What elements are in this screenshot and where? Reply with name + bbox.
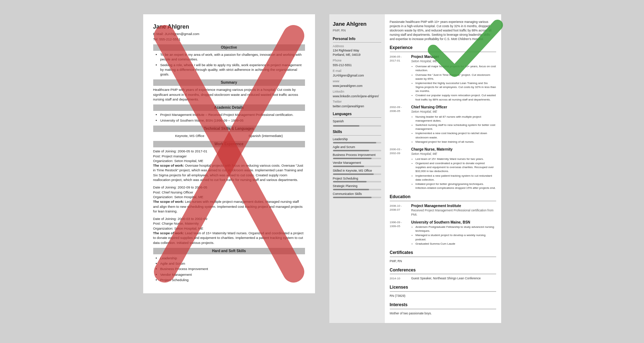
phone-value: 555-212-5551: [333, 63, 381, 68]
skill-2: Agile and Scrum: [160, 261, 305, 266]
skills-list: Leadership Agile and Scrum Business Proc…: [153, 256, 305, 282]
language-bar: [333, 125, 381, 127]
skill-vendor: Vendor Management: [333, 161, 381, 167]
bad-resume-tel: Tel: 555-212-5551: [153, 37, 305, 41]
work-post-1: Post: Project manager: [153, 154, 305, 158]
certificates-section-title: Certificates: [390, 250, 496, 257]
conference-entry: 2014-10 Guest Speaker, Northeast Shingo …: [390, 276, 496, 281]
work-header: Work Experience: [153, 141, 305, 147]
skills-section: Skills: [333, 129, 381, 136]
work-org-3: Organization: Seton Hospital, ME: [153, 226, 305, 231]
summary-text: Healthcare PMP with years of experience …: [153, 87, 305, 102]
phone-label: Phone: [333, 59, 381, 63]
personal-info-section: Personal Info: [333, 36, 381, 43]
skill-5: Project Scheduling: [160, 278, 305, 282]
sidebar: Jane Ahlgren PMP, RN Personal Info Addre…: [329, 14, 385, 323]
edu-entry-1: 2008-10 -2008-07 Project Management Inst…: [390, 204, 496, 218]
scope-label-1: The scope of work:: [153, 163, 184, 167]
email-label: E-mail: [333, 69, 381, 73]
skill-agile: Agile and Scrum: [333, 145, 381, 151]
main-summary: Passionate healthcare PMP with 10+ years…: [390, 20, 496, 41]
good-resume-name: Jane Ahlgren: [333, 20, 381, 28]
skills-col2: Spanish (intermediate): [248, 133, 283, 138]
main-content: Passionate healthcare PMP with 10+ years…: [385, 14, 501, 323]
twitter-value: twitter.com/janeahlgren: [333, 104, 381, 109]
language-spanish: Spanish: [333, 119, 381, 124]
email-value: JUAhlgren@gmail.com: [333, 74, 381, 78]
skills-header: Technical Skills & Languages: [153, 126, 305, 132]
good-resume: Jane Ahlgren PMP, RN Personal Info Addre…: [329, 14, 501, 323]
work-org-1: Organization: Seton Hospital, ME: [153, 158, 305, 163]
skill-strategic: Strategic Planning: [333, 184, 381, 190]
skill-keynote: Skilled in Keynote, MS Office: [333, 169, 381, 175]
licenses-section-title: Licenses: [390, 284, 496, 292]
work-entry-1: Date of Joining: 2006-05 to 2017-01 Post…: [153, 149, 305, 182]
academic-header: Academic Details: [153, 104, 305, 111]
linkedin-label: LinkedIn: [333, 90, 381, 94]
education-section-title: Education: [390, 194, 496, 201]
skill-communication: Communication Skills: [333, 192, 381, 198]
edu-entry-2: 1996-09 -1999-05 University of Southern …: [390, 220, 496, 246]
bad-resume-email: E-Mail: JUAhlgren@gmail.com: [153, 31, 305, 36]
skills-col1: Keynote, MS Office: [175, 133, 204, 138]
license-entry: RN (73829): [390, 294, 496, 298]
work-entry-3: Date of Joining: 2000-03 to 2002-09 Post…: [153, 216, 305, 245]
bad-resume-name: Jane Ahlgren: [153, 23, 305, 31]
exp-entry-3: 2000-03 -2002-09 Charge Nurse, Maternity…: [390, 147, 496, 190]
academic-list: Project Management Institute – Received …: [153, 112, 305, 123]
work-date-2: Date of Joining: 2002-09 to 2006-05: [153, 185, 305, 190]
skills-row: Keynote, MS Office Spanish (intermediate…: [153, 133, 305, 138]
objective-list: To be an expert in my area of work, with…: [153, 52, 305, 77]
work-scope-1: The scope of work: Oversaw hospital proj…: [153, 163, 305, 182]
work-date-3: Date of Joining: 2000-03 to 2002-09: [153, 216, 305, 221]
address-value: 134 Rightward WayPortland, ME, 04019: [333, 49, 381, 57]
scope-label-3: The scope of work:: [153, 231, 184, 235]
work-scope-3: The scope of work: Lead team of 15+ Mate…: [153, 231, 305, 245]
summary-header: Summary: [153, 79, 305, 86]
work-scope-2: The scope of work: Led nurses with multi…: [153, 199, 305, 214]
academic-item-1: Project Management Institute – Received …: [160, 112, 305, 117]
conferences-section-title: Conferences: [390, 267, 496, 275]
objective-item-1: To be an expert in my area of work, with…: [160, 52, 305, 62]
work-post-2: Post: Chief Nursing Officer: [153, 190, 305, 195]
www-label: www: [333, 79, 381, 84]
skill-bpi: Business Process Improvement: [333, 153, 381, 159]
experience-section-title: Experience: [390, 45, 496, 52]
twitter-label: Twitter: [333, 100, 381, 104]
hard-soft-header: Hard and Soft Skills: [153, 248, 305, 254]
certificate-entry: PMP, RN: [390, 259, 496, 264]
good-resume-title: PMP, RN: [333, 28, 381, 33]
scope-label-2: The scope of work:: [153, 200, 184, 204]
objective-header: Objective: [153, 44, 305, 51]
exp-entry-2: 2002-09 -2006-05 Chief Nursing Officer S…: [390, 105, 496, 144]
www-value: www.janeahlgren.com: [333, 84, 381, 88]
skill-3: Business Process Improvement: [160, 266, 305, 271]
interest-entry: Mother of two passionate boys.: [390, 312, 496, 316]
skill-scheduling: Project Scheduling: [333, 177, 381, 183]
skill-4: Vendor Management: [160, 272, 305, 277]
work-date-1: Date of Joining: 2006-05 to 2017-01: [153, 149, 305, 153]
linkedin-value: www.linkedin.com/in/jane-ahlgren/: [333, 94, 381, 99]
skill-1: Leadership: [160, 256, 305, 260]
bad-resume: Jane Ahlgren E-Mail: JUAhlgren@gmail.com…: [143, 14, 315, 293]
address-label: Address: [333, 44, 381, 49]
work-org-2: Organization: Seton Hospital, ME: [153, 195, 305, 199]
interests-section-title: Interests: [390, 302, 496, 309]
work-post-3: Post: Charge Nurse, Maternity: [153, 221, 305, 226]
languages-section: Languages: [333, 112, 381, 118]
work-entry-2: Date of Joining: 2002-09 to 2006-05 Post…: [153, 185, 305, 214]
objective-item-2: Seeking a role, where I will be able to …: [160, 63, 305, 77]
exp-entry-1: 2006-05 -2017-01 Project Manager Seton H…: [390, 54, 496, 102]
academic-item-2: University of Southern Maine, BSN (1996-…: [160, 118, 305, 123]
skill-leadership: Leadership: [333, 137, 381, 143]
